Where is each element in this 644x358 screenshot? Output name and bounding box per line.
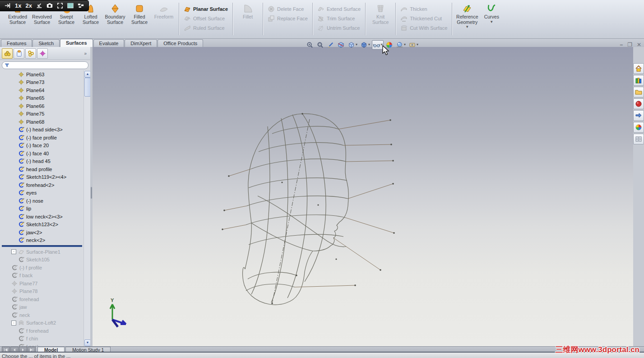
folder-tab[interactable] [633, 87, 644, 98]
tree-item[interactable]: (-) nose [0, 197, 84, 205]
close-icon[interactable]: ✕ [637, 42, 641, 48]
tree-item[interactable]: (-) head side<3> [0, 126, 84, 134]
tree-item[interactable]: (-) face 20 [0, 142, 84, 150]
color-sphere-tab[interactable] [633, 122, 644, 133]
import-icon[interactable] [36, 2, 42, 9]
tree-item[interactable]: Sketch105 [0, 256, 84, 264]
button-label: Trim Surface [327, 16, 355, 21]
restore-icon[interactable]: ❐ [627, 42, 632, 48]
reference-geometry-button[interactable]: Reference Geometry▼ [455, 2, 479, 30]
scroll-up-button[interactable]: ▲ [84, 71, 90, 78]
tree-filter-input[interactable] [2, 61, 88, 69]
apply-scene-button[interactable]: ▾ [395, 40, 407, 50]
chevron-down-icon[interactable]: ▼ [490, 21, 493, 23]
graphics-viewport[interactable]: Y [93, 47, 633, 347]
tree-item[interactable]: -Surface-Plane1 [0, 248, 84, 256]
tree-item[interactable]: neck [0, 311, 84, 319]
tree-item[interactable]: Plane77 [0, 279, 84, 288]
tree-item[interactable]: Plane65 [0, 94, 84, 102]
tree-item[interactable]: low neck<2><3> [0, 213, 84, 221]
image-icon[interactable] [67, 2, 74, 9]
tree-item[interactable]: f back [0, 272, 84, 280]
tree-item[interactable]: Plane78 [0, 288, 84, 296]
curves-button[interactable]: Curves▼ [479, 2, 504, 25]
tree-item[interactable]: lip [0, 205, 84, 213]
boundary-surface-button[interactable]: Boundary Surface [103, 2, 127, 26]
button-label: Filled Surface [131, 14, 148, 25]
tree-item[interactable]: jaw [0, 303, 84, 312]
tree-item[interactable]: -Surface-Loft2 [0, 319, 84, 327]
tree-item[interactable]: Plane63 [0, 70, 84, 79]
tree-item[interactable]: (-) face 40 [0, 149, 84, 158]
tab-features[interactable]: Features [1, 39, 32, 47]
scroll-down-button[interactable]: ▼ [84, 339, 90, 346]
offset-surface-button: Offset Surface [182, 14, 227, 23]
tab-sketch[interactable]: Sketch [32, 39, 60, 47]
rollback-bar[interactable] [2, 245, 82, 247]
binoculars-tab[interactable] [2, 48, 13, 59]
tab-office-products[interactable]: Office Products [158, 39, 203, 47]
chevron-down-icon[interactable]: ▾ [417, 43, 418, 46]
chevron-down-icon[interactable]: ▾ [404, 43, 406, 46]
tree-item[interactable]: Sketch123<2> [0, 221, 84, 229]
view-orientation-button[interactable]: ▾ [347, 40, 358, 50]
tree-item[interactable]: (-) head 45 [0, 158, 84, 166]
zoom-to-fit-button[interactable] [305, 40, 315, 50]
tab-dimxpert[interactable]: DimXpert [125, 39, 157, 47]
zoom-to-area-button[interactable] [315, 40, 325, 50]
tree-item[interactable]: (-) f profile [0, 264, 84, 272]
recorder-speed-2x[interactable]: 2x [25, 2, 32, 9]
tree-item-label: low neck<2><3> [26, 214, 63, 219]
fullscreen-icon[interactable] [57, 2, 63, 9]
red-sphere-tab[interactable] [633, 98, 644, 109]
tree-item[interactable]: Sketch119<2><4> [0, 173, 84, 181]
tree-item[interactable]: f chin [0, 335, 84, 343]
tree-item-label: Plane77 [19, 281, 37, 286]
previous-view-button[interactable] [326, 40, 335, 50]
recorder-speed-1x[interactable]: 1x [15, 2, 21, 9]
section-view-button[interactable] [336, 40, 346, 50]
clipboard-tab[interactable] [14, 48, 24, 59]
tree-item[interactable]: Plane64 [0, 86, 84, 94]
tree-expander[interactable]: - [11, 321, 16, 325]
tree-item[interactable]: forehead<2> [0, 181, 84, 189]
tree-item[interactable]: Plane75 [0, 110, 84, 118]
tree-item[interactable]: jaw<2> [0, 228, 84, 237]
tree-item[interactable]: Plane73 [0, 79, 84, 87]
diamond-tab[interactable] [37, 48, 48, 59]
chevron-down-icon[interactable]: ▼ [465, 26, 469, 28]
ribbon-group: Reference Geometry▼Curves▼ [453, 1, 505, 31]
splitter-grip[interactable] [91, 187, 92, 199]
tree-item[interactable]: Plane68 [0, 118, 84, 126]
scroll-thumb[interactable] [84, 78, 90, 97]
tree-item[interactable]: neck<2> [0, 237, 84, 245]
camera-icon[interactable] [46, 2, 53, 9]
arrows-tab[interactable] [633, 110, 644, 121]
planar-surface-button[interactable]: Planar Surface [182, 5, 230, 14]
tree-scrollbar[interactable]: ▲ ▼ [83, 70, 90, 347]
chevron-down-icon[interactable]: ▾ [356, 43, 357, 46]
tab-evaluate[interactable]: Evaluate [93, 39, 125, 47]
house-tab[interactable] [633, 63, 644, 74]
layout-icon[interactable] [78, 2, 84, 9]
tree-item[interactable]: (-) face profile [0, 134, 84, 142]
display-style-button[interactable]: ▾ [359, 40, 371, 50]
panel-overflow-chevron[interactable]: » [84, 51, 88, 56]
tree-item-label: head profile [26, 167, 52, 172]
tree-item[interactable]: eyes [0, 189, 84, 197]
filled-surface-button[interactable]: Filled Surface [127, 2, 152, 26]
tab-surfaces[interactable]: Surfaces [60, 39, 93, 47]
freeform-button: Freeform [152, 2, 176, 21]
status-bar: Choose the ... of items in the ... [0, 352, 644, 358]
links-tab[interactable] [25, 48, 36, 59]
view-settings-button[interactable]: ▾ [408, 40, 419, 50]
minimize-icon[interactable]: – [620, 42, 623, 48]
chevron-down-icon[interactable]: ▾ [368, 43, 370, 46]
tree-item[interactable]: Plane66 [0, 102, 84, 110]
books-tab[interactable] [633, 75, 644, 86]
tree-item[interactable]: forehead [0, 295, 84, 303]
tree-item[interactable]: head profile [0, 165, 84, 173]
drawer-tab[interactable] [633, 134, 644, 144]
tree-item[interactable]: f forehead [0, 327, 84, 335]
tree-expander[interactable]: - [11, 249, 16, 254]
